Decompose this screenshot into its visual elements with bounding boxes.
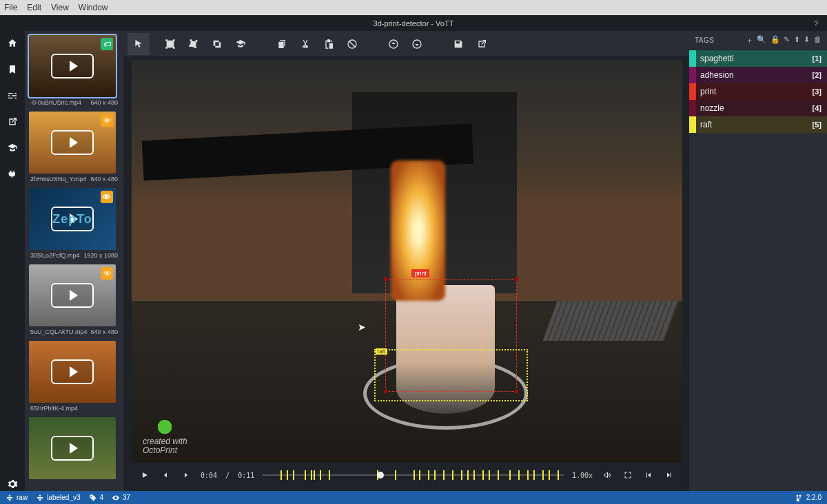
settings-icon[interactable] bbox=[6, 477, 19, 491]
tag-delete-icon[interactable]: 🗑 bbox=[814, 35, 822, 45]
thumb-visited-icon: 👁 bbox=[101, 191, 113, 203]
next-asset-button[interactable] bbox=[406, 33, 428, 55]
tag-add-icon[interactable]: ＋ bbox=[746, 35, 754, 45]
target-connection[interactable]: labeled_v3 bbox=[36, 494, 80, 502]
pointer-tool[interactable] bbox=[127, 33, 150, 55]
octoprint-logo-icon bbox=[150, 418, 180, 436]
prev-tagged-frame-button[interactable] bbox=[642, 469, 655, 481]
tag-row[interactable]: adhesion [2] bbox=[689, 67, 827, 83]
paste-button[interactable] bbox=[318, 33, 340, 55]
tag-down-icon[interactable]: ⬇ bbox=[804, 35, 810, 45]
tag-up-icon[interactable]: ⬆ bbox=[794, 35, 801, 45]
tag-name: print bbox=[696, 87, 813, 96]
polygon-tool[interactable] bbox=[183, 33, 205, 55]
rectangle-tool[interactable] bbox=[159, 33, 181, 55]
bbox-raft[interactable]: raft bbox=[374, 349, 529, 401]
active-learning-icon[interactable] bbox=[6, 141, 19, 155]
tag-swatch bbox=[689, 67, 696, 83]
version-label[interactable]: 2.2.0 bbox=[795, 494, 821, 502]
menu-window[interactable]: Window bbox=[79, 3, 108, 12]
fullscreen-button[interactable] bbox=[622, 469, 634, 481]
thumbnail-panel[interactable]: 🏷 -0-0uBnUSnc.mp4 640 x 480 👁 2hHwsUXNq_… bbox=[25, 31, 123, 491]
help-icon[interactable]: ? bbox=[810, 18, 821, 29]
tag-hotkey: [3] bbox=[813, 87, 827, 96]
thumb-filename: 305lLo2FcfQ.mp4 bbox=[30, 252, 80, 259]
play-overlay-icon bbox=[51, 359, 94, 384]
video-frame: print raft ➤ created with OctoPrint bbox=[132, 60, 682, 462]
home-icon[interactable] bbox=[6, 36, 19, 50]
next-frame-button[interactable] bbox=[180, 469, 192, 481]
source-connection[interactable]: raw bbox=[6, 494, 28, 502]
tag-name: raft bbox=[696, 120, 813, 129]
play-overlay-icon bbox=[51, 436, 94, 461]
tag-row[interactable]: print [3] bbox=[689, 83, 827, 100]
watermark-line2: OctoPrint bbox=[143, 446, 187, 455]
export-project-button[interactable] bbox=[471, 33, 493, 55]
bookmark-icon[interactable] bbox=[6, 63, 19, 76]
thumbnail-item[interactable]: 🏷 -0-0uBnUSnc.mp4 640 x 480 bbox=[29, 35, 119, 106]
tags-panel: TAGS ＋ 🔍 🔒 ✎ ⬆ ⬇ 🗑 spaghetti [1] adhesio… bbox=[689, 31, 827, 491]
tag-swatch bbox=[689, 50, 696, 67]
thumb-dims: 640 x 480 bbox=[90, 176, 118, 182]
tag-lock-icon[interactable]: 🔒 bbox=[770, 35, 781, 45]
titlebar: 3d-print-detector - VoTT ? bbox=[0, 15, 827, 31]
cut-button[interactable] bbox=[294, 33, 316, 55]
tag-row[interactable]: spaghetti [1] bbox=[689, 50, 827, 67]
playback-rate: 1.00x bbox=[572, 472, 593, 479]
play-overlay-icon bbox=[51, 130, 94, 155]
tag-name: adhesion bbox=[696, 70, 813, 80]
play-overlay-icon bbox=[51, 283, 94, 308]
thumbnail-item[interactable]: 65HrPbltK-4.mp4 bbox=[29, 341, 119, 412]
play-button[interactable] bbox=[139, 469, 151, 481]
tag-name: nozzle bbox=[696, 103, 813, 113]
next-tagged-frame-button[interactable] bbox=[663, 469, 675, 481]
play-overlay-icon bbox=[51, 54, 94, 78]
thumbnail-item[interactable]: 👁 2hHwsUXNq_Y.mp4 640 x 480 bbox=[29, 112, 119, 182]
prev-frame-button[interactable] bbox=[159, 469, 172, 481]
statusbar: raw labeled_v3 4 37 2.2.0 bbox=[0, 491, 827, 504]
copy-button[interactable] bbox=[271, 33, 293, 55]
tag-row[interactable]: nozzle [4] bbox=[689, 100, 827, 116]
clear-button[interactable] bbox=[341, 33, 363, 55]
export-icon[interactable] bbox=[6, 115, 19, 129]
menu-view[interactable]: View bbox=[51, 3, 69, 12]
thumb-dims: 1920 x 1080 bbox=[83, 252, 118, 259]
menu-edit[interactable]: Edit bbox=[27, 3, 41, 12]
bbox-raft-label: raft bbox=[376, 348, 388, 355]
time-duration: 0:11 bbox=[238, 472, 254, 479]
editor-toolbar bbox=[123, 31, 689, 57]
thumbnail-item[interactable] bbox=[29, 417, 119, 481]
prev-asset-button[interactable] bbox=[382, 33, 405, 55]
tag-hotkey: [4] bbox=[813, 104, 827, 112]
menu-file[interactable]: File bbox=[4, 3, 17, 12]
connections-icon[interactable] bbox=[6, 167, 19, 181]
watermark-line1: created with bbox=[143, 437, 187, 446]
main-area: 🏷 -0-0uBnUSnc.mp4 640 x 480 👁 2hHwsUXNq_… bbox=[0, 31, 827, 491]
editor-area: print raft ➤ created with OctoPrint bbox=[123, 31, 689, 491]
tag-swatch bbox=[689, 100, 696, 116]
canvas[interactable]: print raft ➤ created with OctoPrint bbox=[123, 57, 689, 491]
visited-count: 37 bbox=[112, 494, 130, 502]
thumb-filename: 2hHwsUXNq_Y.mp4 bbox=[30, 176, 86, 182]
timeline[interactable] bbox=[263, 470, 564, 480]
sliders-icon[interactable] bbox=[6, 89, 19, 103]
time-sep: / bbox=[225, 472, 229, 479]
copy-rect-tool[interactable] bbox=[206, 33, 228, 55]
window-title: 3d-print-detector - VoTT bbox=[374, 19, 454, 28]
save-button[interactable] bbox=[447, 33, 469, 55]
thumb-dims: 640 x 480 bbox=[90, 99, 118, 106]
volume-button[interactable] bbox=[601, 469, 613, 481]
tags-header-label: TAGS bbox=[695, 36, 714, 44]
timeline-knob[interactable] bbox=[377, 472, 384, 479]
thumb-visited-icon: 👁 bbox=[101, 114, 113, 127]
thumb-dims: 640 x 480 bbox=[90, 328, 118, 335]
tag-search-icon[interactable]: 🔍 bbox=[757, 35, 767, 45]
auto-detect-tool[interactable] bbox=[229, 33, 252, 55]
time-current: 0:04 bbox=[201, 472, 217, 479]
video-controls: 0:04 / 0:11 1.00x bbox=[132, 463, 682, 487]
tag-row[interactable]: raft [5] bbox=[689, 116, 827, 133]
thumbnail-item[interactable]: 👁 5uU_CQLAkTU.mp4 640 x 480 bbox=[29, 264, 119, 335]
nav-sidebar bbox=[0, 31, 25, 491]
thumbnail-item[interactable]: ZepTo 👁 305lLo2FcfQ.mp4 1920 x 1080 bbox=[29, 188, 119, 259]
tag-edit-icon[interactable]: ✎ bbox=[784, 35, 790, 45]
